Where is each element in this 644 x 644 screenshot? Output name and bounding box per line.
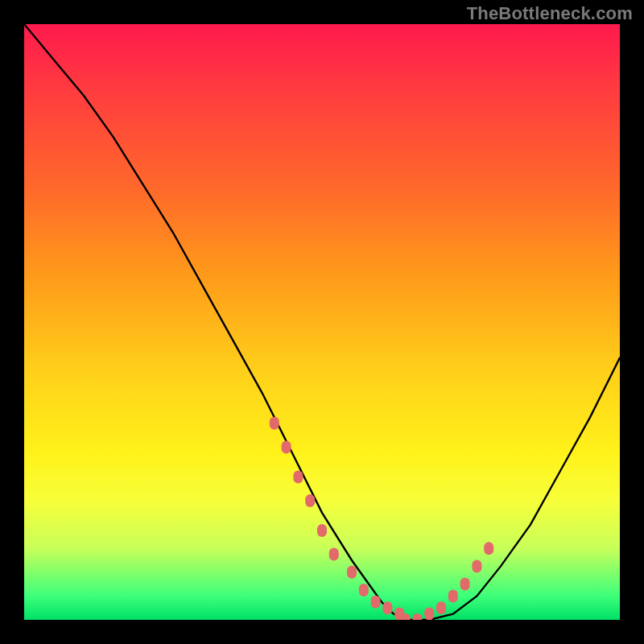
marker-dot xyxy=(317,524,327,537)
marker-dot xyxy=(371,596,381,609)
chart-frame: TheBottleneck.com xyxy=(0,0,644,644)
markers-group xyxy=(270,417,493,620)
marker-dot xyxy=(305,494,315,507)
marker-dot xyxy=(382,601,392,614)
chart-svg xyxy=(24,24,620,620)
marker-dot xyxy=(347,566,357,579)
marker-dot xyxy=(329,548,339,561)
marker-dot xyxy=(282,440,291,453)
marker-dot xyxy=(484,542,493,555)
marker-dot xyxy=(460,578,470,591)
marker-dot xyxy=(472,559,481,572)
marker-dot xyxy=(424,608,434,620)
plot-area xyxy=(24,24,620,620)
marker-dot xyxy=(448,589,458,602)
marker-dot xyxy=(293,470,303,483)
marker-dot xyxy=(270,417,279,430)
marker-dot xyxy=(412,613,422,620)
marker-dot xyxy=(359,584,369,597)
watermark-text: TheBottleneck.com xyxy=(467,3,633,24)
marker-dot xyxy=(436,601,446,614)
